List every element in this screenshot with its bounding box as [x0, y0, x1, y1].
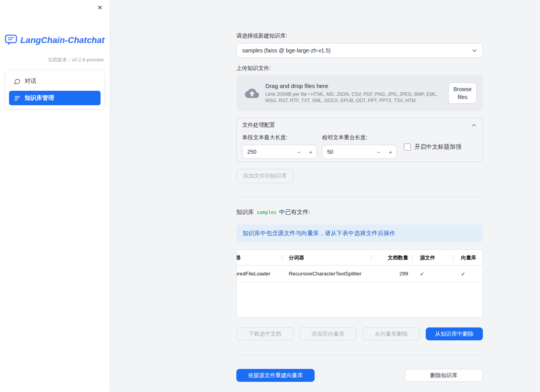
logo-text: LangChain-Chatchat [20, 35, 104, 45]
delete-from-kb-button[interactable]: 从知识库中删除 [426, 327, 483, 340]
expander-title: 文件处理配置 [242, 122, 275, 129]
rebuild-vector-store-button[interactable]: 依据源文件重建向量库 [236, 369, 315, 382]
chunk-size-group: 单段文本最大长度: − + [242, 133, 317, 159]
logo-chat-bubble-icon [5, 34, 17, 46]
cell-vector-check: ✓ [453, 271, 483, 277]
header-doc-count: 文档数量 [371, 254, 412, 261]
chunk-size-label: 单段文本最大长度: [242, 134, 317, 141]
overlap-size-stepper: − + [322, 145, 397, 159]
add-files-to-kb-button[interactable]: 添加文件到知识库 [236, 169, 293, 183]
existing-files-line: 知识库 samples 中已有文件: [236, 209, 483, 216]
cloud-upload-icon [245, 88, 259, 98]
divider [236, 196, 483, 197]
list-lines-icon [14, 95, 21, 102]
download-selected-button[interactable]: 下载选中文档 [236, 327, 293, 340]
plus-icon[interactable]: + [385, 149, 396, 155]
column-separator [453, 255, 454, 261]
table-actions: 下载选中文档 添加至向量库 从向量库删除 从知识库中删除 [236, 327, 483, 340]
minus-icon[interactable]: − [293, 149, 305, 155]
kb-select-value: samples (faiss @ bge-large-zh-v1.5) [242, 47, 471, 54]
sidebar-item-label: 知识库管理 [25, 94, 54, 102]
delete-from-vector-button[interactable]: 从向量库删除 [363, 327, 420, 340]
column-separator [282, 255, 282, 261]
sidebar: ✕ LangChain-Chatchat 当前版本：v0.2.6-preview… [0, 0, 110, 392]
expander-header[interactable]: 文件处理配置 [237, 118, 482, 133]
overlap-size-label: 相邻文本重合长度: [322, 134, 397, 141]
chevron-down-icon [471, 47, 478, 54]
plus-icon[interactable]: + [305, 149, 317, 155]
info-banner: 知识库中包含源文件与向量库，请从下表中选择文件后操作 [236, 225, 483, 242]
divider [236, 355, 483, 356]
chunk-size-input[interactable] [247, 149, 293, 155]
kb-files-table: 文档加载器 分词器 文档数量 源文件 向量库 UnstructuredFileL… [236, 250, 483, 318]
chevron-up-icon [471, 122, 477, 128]
header-splitter: 分词器 [282, 254, 371, 261]
cell-doc-count: 299 [371, 271, 412, 277]
header-vector-store: 向量库 [453, 254, 483, 261]
app-logo: LangChain-Chatchat [0, 0, 110, 46]
column-separator [371, 255, 371, 261]
dropzone-hint: Limit 200MB per file • HTML, MD, JSON, C… [265, 91, 445, 104]
chat-bubble-icon [14, 78, 21, 85]
file-dropzone[interactable]: Drag and drop files here Limit 200MB per… [236, 75, 483, 111]
browse-files-button[interactable]: Browse files [448, 83, 477, 104]
dropzone-texts: Drag and drop files here Limit 200MB per… [265, 83, 448, 104]
cell-loader: UnstructuredFileLoader [237, 271, 282, 277]
table-header: 文档加载器 分词器 文档数量 源文件 向量库 [237, 250, 482, 266]
existing-prefix: 知识库 [236, 209, 254, 216]
sidebar-item-knowledge-base[interactable]: 知识库管理 [9, 91, 101, 105]
checkbox-box [404, 144, 411, 151]
upload-label: 上传知识文件: [236, 65, 483, 72]
existing-suffix: 中已有文件: [279, 209, 310, 216]
dropzone-title: Drag and drop files here [265, 83, 445, 89]
kb-select[interactable]: samples (faiss @ bge-large-zh-v1.5) [236, 43, 483, 58]
column-separator [412, 255, 412, 261]
sidebar-close-icon[interactable]: ✕ [96, 3, 104, 13]
cell-splitter: RecursiveCharacterTextSplitter [282, 271, 371, 277]
overlap-size-input[interactable] [327, 149, 373, 155]
zh-title-enhance-checkbox[interactable]: 开启中文标题加强 [404, 143, 461, 151]
expander-body: 单段文本最大长度: − + 相邻文本重合长度: − + 开启中文标题加强 [237, 133, 482, 159]
kb-select-label: 请选择或新建知识库: [236, 32, 483, 40]
sidebar-item-label: 对话 [25, 77, 36, 85]
chunk-size-stepper: − + [242, 145, 317, 159]
checkbox-label: 开启中文标题加强 [414, 143, 461, 151]
overlap-size-group: 相邻文本重合长度: − + [322, 133, 397, 159]
sidebar-menu: 对话 知识库管理 [5, 70, 104, 109]
minus-icon[interactable]: − [373, 149, 385, 155]
delete-kb-button[interactable]: 删除知识库 [405, 369, 483, 382]
cell-source-check: ✓ [412, 271, 453, 277]
main-content: 请选择或新建知识库: samples (faiss @ bge-large-zh… [236, 0, 483, 382]
version-text: 当前版本：v0.2.6-preview [0, 57, 110, 63]
table-row[interactable]: UnstructuredFileLoader RecursiveCharacte… [237, 266, 482, 282]
sidebar-item-dialogue[interactable]: 对话 [9, 74, 101, 88]
file-config-expander: 文件处理配置 单段文本最大长度: − + 相邻文本重合长度: [236, 117, 483, 162]
kb-name-code: samples [257, 210, 277, 215]
footer-actions: 依据源文件重建向量库 删除知识库 [236, 369, 483, 382]
header-source-file: 源文件 [412, 254, 453, 261]
header-loader: 文档加载器 [237, 254, 282, 261]
add-to-vector-button[interactable]: 添加至向量库 [299, 327, 356, 340]
